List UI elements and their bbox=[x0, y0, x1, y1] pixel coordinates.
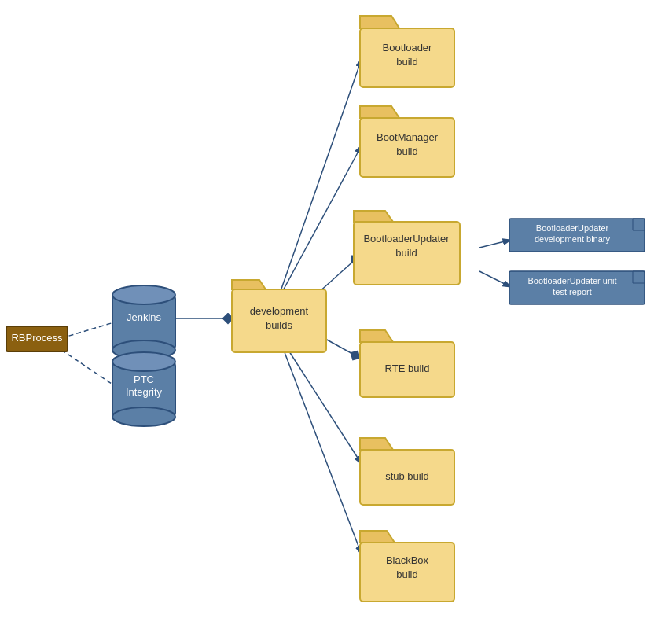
bupdater-label2: build bbox=[395, 247, 417, 259]
dev-builds-label2: builds bbox=[266, 319, 292, 331]
bupdater-node: BootloaderUpdater build bbox=[354, 211, 460, 285]
bu-binary-label1: BootloaderUpdater bbox=[536, 223, 609, 233]
bootmanager-node: BootManager build bbox=[360, 106, 454, 177]
dev-bootloader-line bbox=[281, 59, 362, 291]
bu-report-label1: BootloaderUpdater unit bbox=[527, 276, 616, 285]
dev-bootmanager-line bbox=[281, 145, 362, 295]
ptc-label-1: PTC bbox=[134, 374, 154, 385]
bu-report-label2: test report bbox=[553, 287, 592, 296]
stub-node: stub build bbox=[360, 438, 454, 505]
dev-builds-node: development builds bbox=[232, 280, 326, 352]
blackbox-label2: build bbox=[396, 569, 417, 580]
diagram: RBProcess Jenkins PTC Integrity developm… bbox=[0, 0, 654, 644]
svg-point-9 bbox=[112, 407, 175, 426]
dev-stub-line bbox=[281, 338, 362, 464]
blackbox-node: BlackBox build bbox=[360, 531, 454, 602]
bootmanager-label2: build bbox=[396, 145, 417, 157]
bu-report-line bbox=[479, 271, 511, 287]
rbprocess-jenkins-line bbox=[61, 322, 114, 338]
rte-label: RTE build bbox=[385, 362, 430, 374]
rbprocess-ptc-line bbox=[61, 350, 114, 385]
rbprocess-node: RBProcess bbox=[6, 326, 68, 351]
bu-binary-label2: development binary bbox=[535, 234, 611, 244]
bootloader-label2: build bbox=[396, 56, 417, 68]
rte-node: RTE build bbox=[360, 330, 454, 397]
bootmanager-label1: BootManager bbox=[377, 131, 439, 143]
stub-label: stub build bbox=[385, 470, 429, 482]
bu-binary-line bbox=[479, 240, 511, 248]
blackbox-label1: BlackBox bbox=[386, 554, 429, 566]
dev-builds-label: development bbox=[250, 305, 309, 317]
bu-binary-note: BootloaderUpdater development binary bbox=[509, 219, 645, 252]
svg-point-8 bbox=[112, 352, 175, 371]
bootloader-node: Bootloader build bbox=[360, 16, 454, 87]
bootloader-label1: Bootloader bbox=[383, 42, 433, 53]
bu-report-note: BootloaderUpdater unit test report bbox=[509, 271, 645, 304]
svg-point-5 bbox=[112, 285, 175, 304]
ptc-label-2: Integrity bbox=[126, 386, 163, 398]
jenkins-label: Jenkins bbox=[127, 311, 162, 323]
dev-blackbox-line bbox=[281, 342, 362, 554]
rbprocess-label: RBProcess bbox=[11, 332, 63, 344]
ptc-node: PTC Integrity bbox=[112, 352, 175, 426]
jenkins-node: Jenkins bbox=[112, 285, 175, 359]
bupdater-label1: BootloaderUpdater bbox=[363, 233, 450, 245]
